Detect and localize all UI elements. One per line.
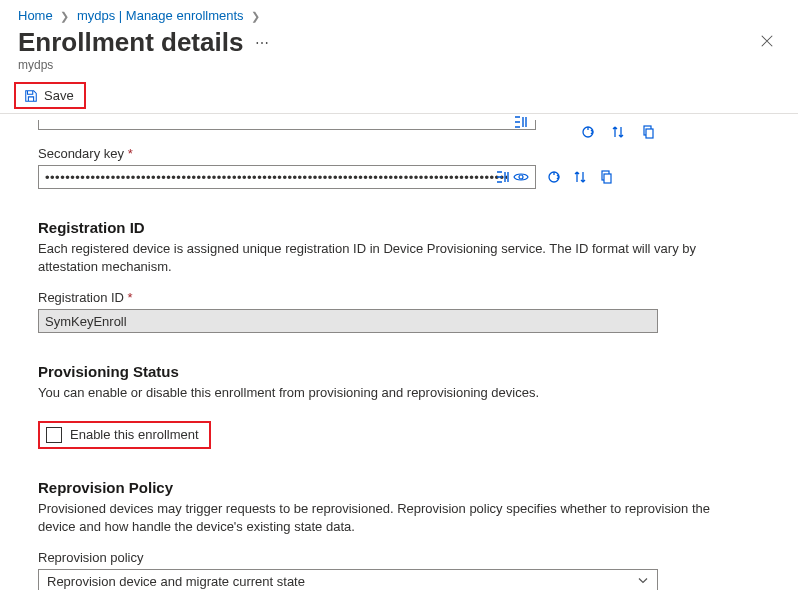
regenerate-icon[interactable] bbox=[546, 169, 562, 185]
save-button[interactable]: Save bbox=[14, 82, 86, 109]
chevron-right-icon: ❯ bbox=[60, 10, 69, 22]
svg-rect-6 bbox=[604, 174, 611, 183]
eye-icon[interactable] bbox=[513, 169, 529, 185]
svg-point-3 bbox=[519, 175, 523, 179]
registration-id-desc: Each registered device is assigned uniqu… bbox=[38, 240, 718, 276]
save-label: Save bbox=[44, 88, 74, 103]
swap-icon[interactable] bbox=[610, 124, 626, 140]
enable-enrollment-label: Enable this enrollment bbox=[70, 427, 199, 442]
breadcrumb-home[interactable]: Home bbox=[18, 8, 53, 23]
toolbar: Save bbox=[0, 78, 798, 114]
close-button[interactable] bbox=[754, 28, 780, 58]
form-scroll-area[interactable]: Secondary key * ••••••••••••••••••••••••… bbox=[0, 114, 798, 590]
provisioning-status-heading: Provisioning Status bbox=[38, 363, 776, 380]
regenerate-icon[interactable] bbox=[580, 124, 596, 140]
breadcrumb: Home ❯ mydps | Manage enrollments ❯ bbox=[0, 0, 798, 23]
reprovision-policy-field-label: Reprovision policy bbox=[38, 550, 776, 565]
page-subtitle: mydps bbox=[0, 58, 798, 78]
title-row: Enrollment details ⋯ bbox=[0, 23, 798, 58]
registration-id-heading: Registration ID bbox=[38, 219, 776, 236]
enable-enrollment-checkbox[interactable]: Enable this enrollment bbox=[38, 421, 211, 449]
svg-rect-2 bbox=[646, 129, 653, 138]
reprovision-policy-select[interactable]: Reprovision device and migrate current s… bbox=[38, 569, 658, 590]
reprovision-policy-heading: Reprovision Policy bbox=[38, 479, 776, 496]
primary-key-input-truncated[interactable] bbox=[38, 120, 536, 130]
close-icon bbox=[760, 34, 774, 48]
breadcrumb-manage-enrollments[interactable]: mydps | Manage enrollments bbox=[77, 8, 244, 23]
multiline-icon[interactable] bbox=[513, 114, 529, 130]
multiline-icon[interactable] bbox=[495, 169, 511, 185]
more-icon[interactable]: ⋯ bbox=[255, 35, 271, 51]
save-icon bbox=[24, 89, 38, 103]
chevron-down-icon bbox=[637, 574, 649, 589]
secondary-key-input[interactable]: ••••••••••••••••••••••••••••••••••••••••… bbox=[38, 165, 536, 189]
checkbox-icon bbox=[46, 427, 62, 443]
registration-id-field-label: Registration ID * bbox=[38, 290, 776, 305]
chevron-right-icon: ❯ bbox=[251, 10, 260, 22]
copy-icon[interactable] bbox=[640, 124, 656, 140]
registration-id-input[interactable]: SymKeyEnroll bbox=[38, 309, 658, 333]
provisioning-status-desc: You can enable or disable this enrollmen… bbox=[38, 384, 718, 402]
reprovision-policy-desc: Provisioned devices may trigger requests… bbox=[38, 500, 718, 536]
page-title: Enrollment details bbox=[18, 27, 243, 58]
copy-icon[interactable] bbox=[598, 169, 614, 185]
swap-icon[interactable] bbox=[572, 169, 588, 185]
secondary-key-label: Secondary key * bbox=[38, 146, 776, 161]
